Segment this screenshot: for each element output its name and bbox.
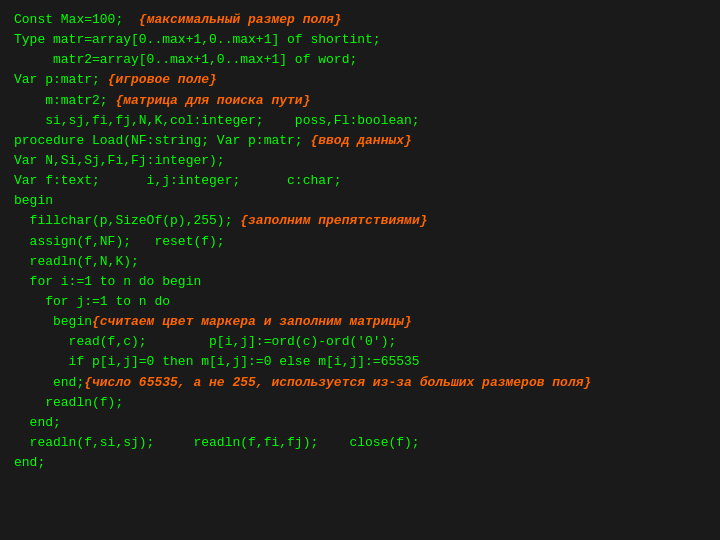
code-text: si,sj,fi,fj,N,K,col:integer; poss,Fl:boo… <box>14 113 420 128</box>
code-line: procedure Load(NF:string; Var p:matr; {в… <box>14 131 706 151</box>
code-text: Type matr=array[0..max+1,0..max+1] of sh… <box>14 32 381 47</box>
code-line: Var p:matr; {игровое поле} <box>14 70 706 90</box>
code-line: assign(f,NF); reset(f); <box>14 232 706 252</box>
code-text: end; <box>14 455 45 470</box>
comment-text: {максимальный размер поля} <box>139 12 342 27</box>
code-line: for i:=1 to n do begin <box>14 272 706 292</box>
code-text: Var p:matr; <box>14 72 108 87</box>
code-line: readln(f,N,K); <box>14 252 706 272</box>
code-text: fillchar(p,SizeOf(p),255); <box>14 213 240 228</box>
code-text: readln(f); <box>14 395 123 410</box>
code-line: Var N,Si,Sj,Fi,Fj:integer); <box>14 151 706 171</box>
code-text: readln(f,si,sj); readln(f,fi,fj); close(… <box>14 435 420 450</box>
code-text: begin <box>14 193 53 208</box>
code-line: end; <box>14 413 706 433</box>
code-line: si,sj,fi,fj,N,K,col:integer; poss,Fl:boo… <box>14 111 706 131</box>
code-editor: Const Max=100; {максимальный размер поля… <box>14 10 706 473</box>
code-line: Const Max=100; {максимальный размер поля… <box>14 10 706 30</box>
code-text: begin <box>14 314 92 329</box>
code-line: end; <box>14 453 706 473</box>
code-text: m:matr2; <box>14 93 115 108</box>
code-text: end; <box>14 415 61 430</box>
code-text: matr2=array[0..max+1,0..max+1] of word; <box>14 52 357 67</box>
code-line: read(f,c); p[i,j]:=ord(c)-ord('0'); <box>14 332 706 352</box>
code-line: begin{считаем цвет маркера и заполним ма… <box>14 312 706 332</box>
code-text: Var f:text; i,j:integer; c:char; <box>14 173 342 188</box>
code-line: readln(f,si,sj); readln(f,fi,fj); close(… <box>14 433 706 453</box>
code-line: m:matr2; {матрица для поиска пути} <box>14 91 706 111</box>
comment-text: {ввод данных} <box>310 133 411 148</box>
code-text: readln(f,N,K); <box>14 254 139 269</box>
code-line: end;{число 65535, а не 255, используется… <box>14 373 706 393</box>
code-line: if p[i,j]=0 then m[i,j]:=0 else m[i,j]:=… <box>14 352 706 372</box>
comment-text: {заполним препятствиями} <box>240 213 427 228</box>
code-text: procedure Load(NF:string; Var p:matr; <box>14 133 310 148</box>
code-line: fillchar(p,SizeOf(p),255); {заполним пре… <box>14 211 706 231</box>
code-text: assign(f,NF); reset(f); <box>14 234 225 249</box>
comment-text: {игровое поле} <box>108 72 217 87</box>
comment-text: {число 65535, а не 255, используется из-… <box>84 375 591 390</box>
code-line: Var f:text; i,j:integer; c:char; <box>14 171 706 191</box>
code-text: read(f,c); p[i,j]:=ord(c)-ord('0'); <box>14 334 396 349</box>
code-text: for i:=1 to n do begin <box>14 274 201 289</box>
comment-text: {считаем цвет маркера и заполним матрицы… <box>92 314 412 329</box>
code-line: begin <box>14 191 706 211</box>
code-text: if p[i,j]=0 then m[i,j]:=0 else m[i,j]:=… <box>14 354 420 369</box>
code-text: Const Max=100; <box>14 12 139 27</box>
code-line: Type matr=array[0..max+1,0..max+1] of sh… <box>14 30 706 50</box>
code-text: for j:=1 to n do <box>14 294 170 309</box>
comment-text: {матрица для поиска пути} <box>115 93 310 108</box>
code-text: Var N,Si,Sj,Fi,Fj:integer); <box>14 153 225 168</box>
code-line: for j:=1 to n do <box>14 292 706 312</box>
code-text: end; <box>14 375 84 390</box>
code-line: matr2=array[0..max+1,0..max+1] of word; <box>14 50 706 70</box>
code-line: readln(f); <box>14 393 706 413</box>
